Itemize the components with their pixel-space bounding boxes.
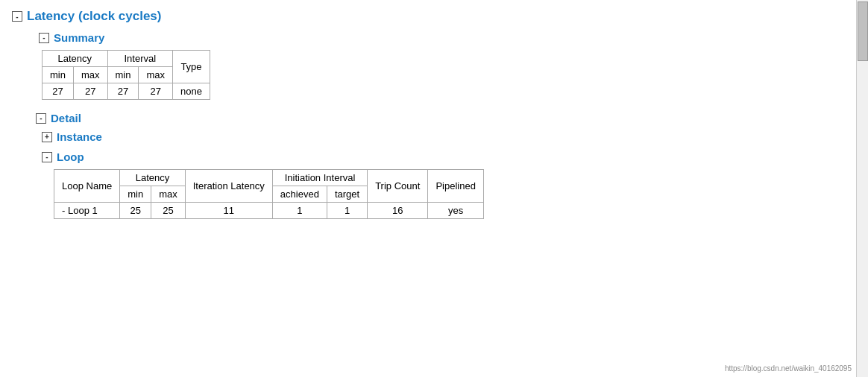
watermark: https://blog.csdn.net/waikin_40162095 bbox=[725, 364, 852, 373]
instance-title-text: Instance bbox=[57, 130, 102, 143]
pipelined-header: Pipelined bbox=[428, 170, 484, 203]
instance-title: + Instance bbox=[42, 130, 838, 143]
trip-count-value: 16 bbox=[368, 203, 428, 219]
type-value: none bbox=[173, 83, 210, 100]
loop-min-header: min bbox=[120, 186, 151, 203]
loop-row: - Loop Loop Name Latency Iteration Laten… bbox=[39, 151, 838, 219]
achieved-value: 1 bbox=[272, 203, 327, 219]
instance-row: + Instance bbox=[39, 130, 838, 143]
loop-name-value: - Loop 1 bbox=[54, 203, 120, 219]
latency-max-header: max bbox=[73, 67, 107, 83]
iteration-latency-header: Iteration Latency bbox=[185, 170, 272, 203]
summary-table: Latency Interval Type min max min max 27… bbox=[42, 50, 210, 100]
interval-max-header: max bbox=[139, 67, 173, 83]
latency-min-value: 27 bbox=[43, 83, 74, 100]
loop-name-header: Loop Name bbox=[54, 170, 120, 203]
target-header: target bbox=[327, 186, 367, 203]
latency-min-header: min bbox=[43, 67, 74, 83]
iteration-latency-value: 11 bbox=[185, 203, 272, 219]
target-value: 1 bbox=[327, 203, 367, 219]
interval-header: Interval bbox=[107, 51, 173, 67]
trip-count-header: Trip Count bbox=[368, 170, 428, 203]
loop-table-container: Loop Name Latency Iteration Latency Init… bbox=[54, 169, 838, 219]
loop-table: Loop Name Latency Iteration Latency Init… bbox=[54, 169, 484, 219]
summary-title: - Summary bbox=[39, 31, 838, 44]
pipelined-value: yes bbox=[428, 203, 484, 219]
loop-title-text: Loop bbox=[57, 151, 84, 163]
latency-group-header: Latency bbox=[120, 170, 186, 186]
loop-min-value: 25 bbox=[120, 203, 151, 219]
interval-min-header: min bbox=[107, 67, 139, 83]
summary-title-text: Summary bbox=[54, 31, 104, 44]
detail-title-text: Detail bbox=[51, 112, 81, 124]
loop-title: - Loop bbox=[42, 151, 838, 163]
scrollbar-thumb[interactable] bbox=[858, 1, 868, 61]
table-row: Latency Interval Type bbox=[43, 51, 210, 67]
summary-table-container: Latency Interval Type min max min max 27… bbox=[42, 50, 838, 100]
type-header: Type bbox=[173, 51, 210, 83]
scrollbar[interactable] bbox=[856, 0, 868, 377]
table-row: - Loop 1 25 25 11 1 1 16 yes bbox=[54, 203, 484, 219]
initiation-interval-header: Initiation Interval bbox=[272, 170, 367, 186]
summary-toggle-icon[interactable]: - bbox=[39, 33, 49, 43]
achieved-header: achieved bbox=[272, 186, 327, 203]
loop-max-header: max bbox=[151, 186, 186, 203]
interval-max-value: 27 bbox=[139, 83, 173, 100]
latency-max-value: 27 bbox=[73, 83, 107, 100]
summary-section: - Summary Latency Interval Type min max … bbox=[27, 31, 838, 100]
latency-header: Latency bbox=[43, 51, 108, 67]
table-row: Loop Name Latency Iteration Latency Init… bbox=[54, 170, 484, 186]
table-row: 27 27 27 27 none bbox=[43, 83, 210, 100]
loop-max-value: 25 bbox=[151, 203, 186, 219]
detail-section: - Detail + Instance - Loop Loop Name bbox=[24, 112, 838, 219]
main-toggle-icon[interactable]: - bbox=[12, 11, 22, 22]
instance-toggle-icon[interactable]: + bbox=[42, 132, 52, 142]
loop-toggle-icon[interactable]: - bbox=[42, 152, 52, 162]
detail-title: - Detail bbox=[36, 112, 838, 124]
interval-min-value: 27 bbox=[107, 83, 139, 100]
detail-toggle-icon[interactable]: - bbox=[36, 113, 46, 124]
main-title-text: Latency (clock cycles) bbox=[27, 9, 161, 24]
main-section-title: - Latency (clock cycles) bbox=[12, 9, 838, 24]
